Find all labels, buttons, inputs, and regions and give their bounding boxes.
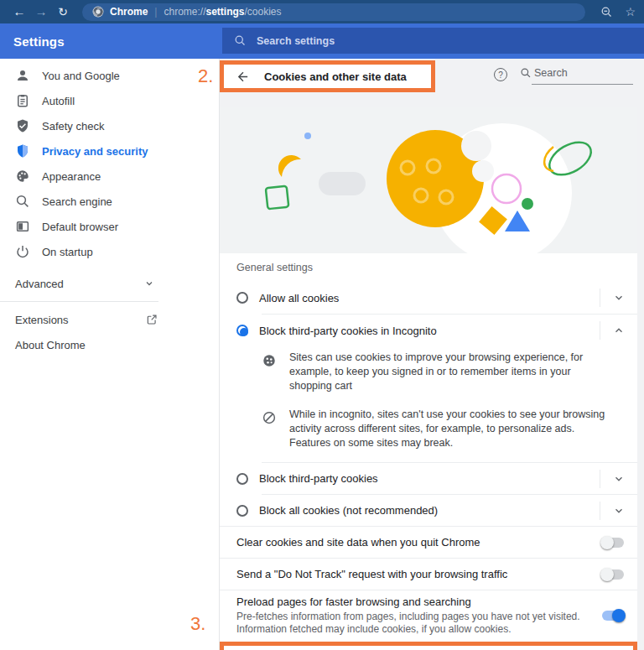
address-separator: | (154, 6, 157, 18)
radio-row-block-third-party[interactable]: Block third-party cookies (220, 463, 637, 494)
sidebar-advanced-toggle[interactable]: Advanced (0, 271, 219, 296)
sidebar-divider (0, 301, 158, 302)
safety-check-icon (15, 118, 30, 133)
sidebar-item-autofill[interactable]: Autofill (0, 88, 219, 113)
sidebar-item-you-and-google[interactable]: You and Google (0, 63, 219, 88)
subpage-search-underline (532, 84, 633, 85)
cookie-banner-illustration (220, 107, 637, 253)
chevron-up-icon[interactable] (600, 325, 637, 336)
sidebar-item-appearance[interactable]: Appearance (0, 164, 219, 189)
blocked-icon (262, 410, 277, 425)
chevron-down-icon (144, 278, 154, 289)
toggle-knob (600, 568, 614, 581)
radio-unchecked[interactable] (236, 505, 248, 517)
preload-label: Preload pages for faster browsing and se… (236, 595, 582, 609)
toggle-off[interactable] (602, 538, 624, 548)
chevron-down-icon[interactable] (600, 473, 637, 485)
sidebar-item-search-engine[interactable]: Search engine (0, 189, 219, 214)
subpage-search-placeholder: Search (534, 67, 568, 79)
radio-row-block-all[interactable]: Block all cookies (not recommended) (220, 495, 637, 526)
annotation-box-2: Cookies and other site data (220, 60, 435, 92)
chevron-down-icon[interactable] (600, 292, 637, 304)
cookie-icon (262, 353, 277, 368)
external-link-icon (146, 314, 158, 325)
browser-toolbar: ← → ↻ Chrome | chrome://settings/cookies… (0, 0, 644, 23)
back-arrow-icon[interactable] (236, 70, 250, 84)
palette-icon (15, 169, 30, 184)
toggle-knob (612, 609, 626, 622)
toggle-off[interactable] (602, 569, 624, 580)
sidebar-item-safety-check[interactable]: Safety check (0, 113, 219, 138)
chrome-logo-icon (92, 6, 104, 18)
browser-icon (15, 219, 30, 234)
screen: ← → ↻ Chrome | chrome://settings/cookies… (0, 0, 644, 650)
radio-checked[interactable] (236, 325, 248, 336)
person-icon (15, 68, 30, 83)
toggle-row-preload-pages[interactable]: Preload pages for faster browsing and se… (220, 590, 637, 642)
see-all-cookies-row[interactable]: See all cookies and site data (224, 646, 633, 650)
incognito-detail-cookies: Sites can use cookies to improve your br… (220, 346, 637, 400)
help-icon[interactable]: ? (494, 68, 507, 81)
chevron-down-icon[interactable] (600, 505, 637, 517)
back-icon[interactable]: ← (8, 0, 30, 23)
radio-row-allow-all-cookies[interactable]: Allow all cookies (220, 282, 637, 314)
annotation-step-2: 2. (198, 65, 213, 87)
preload-sublabel: Pre-fetches information from pages, incl… (236, 611, 582, 636)
settings-title: Settings (13, 34, 65, 49)
zoom-out-icon[interactable] (600, 6, 613, 18)
search-settings-input[interactable]: Search settings (222, 28, 644, 54)
sidebar-item-privacy-and-security[interactable]: Privacy and security (0, 138, 219, 164)
autofill-icon (15, 93, 30, 108)
toggle-row-clear-on-quit[interactable]: Clear cookies and site data when you qui… (220, 527, 637, 558)
search-icon (234, 34, 247, 47)
radio-row-block-third-party-incognito[interactable]: Block third-party cookies in Incognito (220, 315, 637, 346)
toggle-knob (600, 536, 614, 549)
subpage-search-input[interactable]: Search (520, 67, 568, 79)
sidebar-item-on-startup[interactable]: On startup (0, 239, 219, 264)
toggle-row-do-not-track[interactable]: Send a "Do Not Track" request with your … (220, 559, 637, 590)
search-icon (15, 194, 30, 209)
power-icon (15, 244, 30, 259)
search-icon (520, 67, 532, 79)
cookies-card: General settings Allow all cookies Bloc (220, 107, 637, 650)
search-settings-placeholder: Search settings (257, 35, 335, 47)
settings-content: Cookies and other site data ? Search (220, 59, 644, 650)
subpage-header: Cookies and other site data ? Search (220, 59, 644, 107)
radio-unchecked[interactable] (236, 473, 248, 485)
reload-icon[interactable]: ↻ (52, 0, 74, 23)
settings-sidebar: You and Google Autofill Safety check (0, 59, 220, 650)
sidebar-item-default-browser[interactable]: Default browser (0, 214, 219, 239)
bookmark-star-icon[interactable]: ☆ (625, 5, 636, 18)
address-bar[interactable]: Chrome | chrome://settings/cookies (82, 3, 585, 21)
privacy-shield-icon (15, 143, 30, 159)
annotation-step-3: 3. (190, 613, 205, 635)
radio-unchecked[interactable] (236, 292, 248, 304)
forward-icon[interactable]: → (30, 0, 52, 23)
address-app-name: Chrome (110, 6, 148, 18)
incognito-detail-blocked: While in incognito, sites can't use your… (220, 400, 637, 462)
subpage-title: Cookies and other site data (264, 70, 407, 83)
sidebar-item-extensions[interactable]: Extensions (0, 307, 219, 332)
sidebar-item-about-chrome[interactable]: About Chrome (0, 332, 219, 357)
settings-header: Settings Search settings (0, 23, 644, 59)
annotation-box-3: See all cookies and site data (220, 642, 637, 650)
address-url: chrome://settings/cookies (164, 6, 281, 18)
toggle-on[interactable] (602, 611, 624, 621)
cookie-illustration (220, 107, 637, 253)
general-settings-label: General settings (220, 253, 637, 282)
